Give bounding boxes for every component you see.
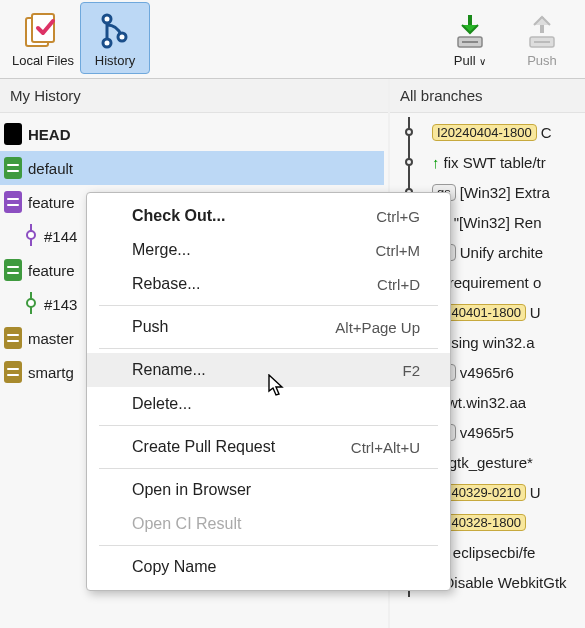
menu-separator bbox=[99, 425, 438, 426]
svg-rect-1 bbox=[32, 14, 54, 42]
menu-item-label: Check Out... bbox=[132, 207, 225, 225]
commit-message: C bbox=[541, 124, 552, 141]
menu-item-rebase[interactable]: Rebase...Ctrl+D bbox=[87, 267, 450, 301]
push-label: Push bbox=[527, 53, 557, 68]
svg-rect-8 bbox=[534, 41, 550, 43]
files-icon bbox=[22, 9, 64, 53]
branch-row-head[interactable]: HEAD bbox=[0, 117, 384, 151]
menu-item-label: Copy Name bbox=[132, 558, 216, 576]
panel-header-left: My History bbox=[0, 79, 388, 113]
menu-item-merge[interactable]: Merge...Ctrl+M bbox=[87, 233, 450, 267]
child-branch-icon bbox=[24, 224, 38, 249]
graph-marker bbox=[390, 147, 432, 177]
menu-shortcut: F2 bbox=[402, 362, 420, 379]
toolbar: Local Files History Pull ∨ Push bbox=[0, 0, 585, 78]
menu-shortcut: Alt+Page Up bbox=[335, 319, 420, 336]
menu-item-open-in-browser[interactable]: Open in Browser bbox=[87, 473, 450, 507]
menu-shortcut: Ctrl+M bbox=[375, 242, 420, 259]
ref-pill[interactable]: I20240404-1800 bbox=[432, 124, 537, 141]
commit-message: fix SWT table/tr bbox=[444, 154, 546, 171]
push-icon bbox=[522, 9, 562, 53]
menu-item-open-ci-result: Open CI Result bbox=[87, 507, 450, 541]
menu-item-create-pull-request[interactable]: Create Pull RequestCtrl+Alt+U bbox=[87, 430, 450, 464]
svg-point-12 bbox=[27, 299, 35, 307]
history-button[interactable]: History bbox=[80, 2, 150, 74]
child-branch-icon bbox=[24, 292, 38, 317]
commit-message: U bbox=[530, 484, 541, 501]
graph-marker bbox=[390, 117, 432, 147]
commit-message: Disable WebkitGtk bbox=[444, 574, 567, 591]
svg-point-2 bbox=[103, 15, 111, 23]
menu-item-label: Rebase... bbox=[132, 275, 200, 293]
menu-shortcut: Ctrl+D bbox=[377, 276, 420, 293]
menu-separator bbox=[99, 348, 438, 349]
commit-message: Unify archite bbox=[460, 244, 543, 261]
menu-item-check-out[interactable]: Check Out...Ctrl+G bbox=[87, 199, 450, 233]
menu-item-label: Create Pull Request bbox=[132, 438, 275, 456]
pull-button[interactable]: Pull ∨ bbox=[435, 2, 505, 74]
menu-item-label: Rename... bbox=[132, 361, 206, 379]
menu-separator bbox=[99, 468, 438, 469]
menu-item-delete[interactable]: Delete... bbox=[87, 387, 450, 421]
menu-item-push[interactable]: PushAlt+Page Up bbox=[87, 310, 450, 344]
svg-point-3 bbox=[103, 39, 111, 47]
menu-item-rename[interactable]: Rename...F2 bbox=[87, 353, 450, 387]
log-row[interactable]: I20240404-1800C bbox=[390, 117, 585, 147]
branch-icon bbox=[95, 9, 135, 53]
menu-separator bbox=[99, 545, 438, 546]
menu-item-label: Open CI Result bbox=[132, 515, 241, 533]
chevron-down-icon: ∨ bbox=[479, 56, 486, 67]
svg-rect-6 bbox=[462, 41, 478, 43]
panel-header-right: All branches bbox=[390, 79, 585, 113]
menu-item-copy-name[interactable]: Copy Name bbox=[87, 550, 450, 584]
menu-item-label: Open in Browser bbox=[132, 481, 251, 499]
commit-message: U bbox=[530, 304, 541, 321]
menu-separator bbox=[99, 305, 438, 306]
menu-shortcut: Ctrl+G bbox=[376, 208, 420, 225]
commit-message: v4965r6 bbox=[460, 364, 514, 381]
context-menu: Check Out...Ctrl+GMerge...Ctrl+MRebase..… bbox=[86, 192, 451, 591]
history-label: History bbox=[95, 53, 135, 68]
pull-label: Pull ∨ bbox=[454, 53, 486, 68]
branch-row-default[interactable]: default bbox=[0, 151, 384, 185]
commit-message: v4965r5 bbox=[460, 424, 514, 441]
menu-item-label: Merge... bbox=[132, 241, 191, 259]
push-button: Push bbox=[507, 2, 577, 74]
local-files-button[interactable]: Local Files bbox=[8, 2, 78, 74]
menu-item-label: Push bbox=[132, 318, 168, 336]
pull-icon bbox=[450, 9, 490, 53]
local-files-label: Local Files bbox=[12, 53, 74, 68]
svg-point-4 bbox=[118, 33, 126, 41]
menu-shortcut: Ctrl+Alt+U bbox=[351, 439, 420, 456]
menu-item-label: Delete... bbox=[132, 395, 192, 413]
arrow-up-icon: ↑ bbox=[432, 154, 440, 171]
svg-point-10 bbox=[27, 231, 35, 239]
log-row[interactable]: ↑fix SWT table/tr bbox=[390, 147, 585, 177]
commit-message: [Win32] Extra bbox=[460, 184, 550, 201]
